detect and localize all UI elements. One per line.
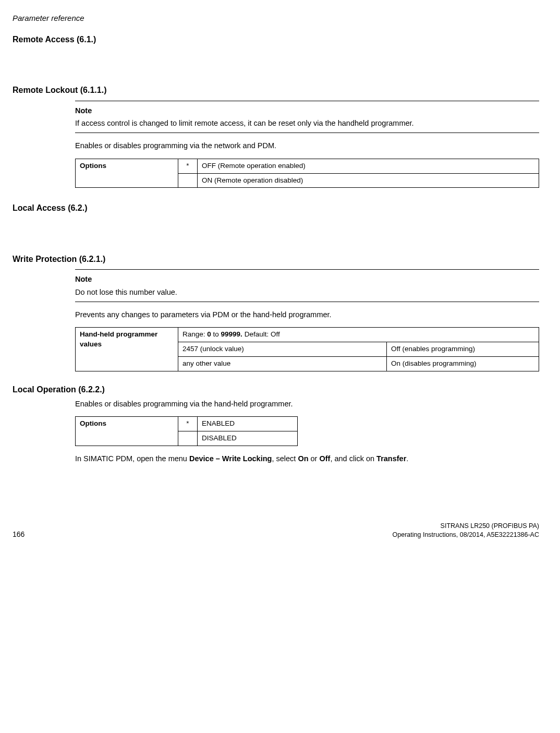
table-row: Options * ENABLED [76,417,298,431]
range-cell: Range: 0 to 99999. Default: Off [178,328,539,342]
doc-info: Operating Instructions, 08/2014, A5E3222… [393,531,539,540]
value-cell: 2457 (unlock value) [178,342,387,357]
product-line: SITRANS LR250 (PROFIBUS PA) [393,522,539,531]
options-table: Options * OFF (Remote operation enabled)… [75,159,539,188]
table-label-cell: Options [76,417,178,446]
default-marker: * [178,159,198,173]
default-marker [178,173,198,188]
section-description: Enables or disables programming via the … [75,140,539,151]
option-value: ENABLED [198,417,298,431]
section-description: Prevents any changes to parameters via P… [75,309,539,320]
table-label-cell: Hand-held programmer values [76,328,178,371]
heading-local-operation: Local Operation (6.2.2.) [13,384,539,395]
heading-local-access: Local Access (6.2.) [13,202,539,214]
instruction-text: In SIMATIC PDM, open the menu Device – W… [75,453,539,464]
note-label: Note [75,105,539,116]
default-marker: * [178,417,198,431]
table-row: Hand-held programmer values Range: 0 to … [76,328,539,342]
note-label: Note [75,274,539,284]
default-marker [178,431,198,446]
table-label-cell: Options [76,159,178,188]
heading-remote-lockout: Remote Lockout (6.1.1.) [13,85,539,96]
heading-write-protection: Write Protection (6.2.1.) [13,254,539,265]
note-block: Note If access control is changed to lim… [75,101,539,134]
divider [75,133,539,133]
section-description: Enables or disables programming via the … [75,399,539,409]
effect-cell: On (disables programming) [387,356,539,371]
options-table: Options * ENABLED DISABLED [75,416,298,446]
option-value: ON (Remote operation disabled) [198,173,539,188]
option-value: DISABLED [198,431,298,446]
page-header: Parameter reference [13,13,539,23]
divider [75,101,539,101]
effect-cell: Off (enables programming) [387,342,539,357]
page-footer: 166 SITRANS LR250 (PROFIBUS PA) Operatin… [13,522,539,540]
note-text: If access control is changed to limit re… [75,118,539,128]
table-row: Options * OFF (Remote operation enabled) [76,159,539,173]
page-number: 166 [13,530,25,540]
divider [75,269,539,270]
note-block: Note Do not lose this number value. [75,269,539,302]
divider [75,302,539,302]
value-cell: any other value [178,356,387,371]
note-text: Do not lose this number value. [75,287,539,297]
heading-remote-access: Remote Access (6.1.) [13,34,539,45]
option-value: OFF (Remote operation enabled) [198,159,539,173]
values-table: Hand-held programmer values Range: 0 to … [75,327,539,371]
